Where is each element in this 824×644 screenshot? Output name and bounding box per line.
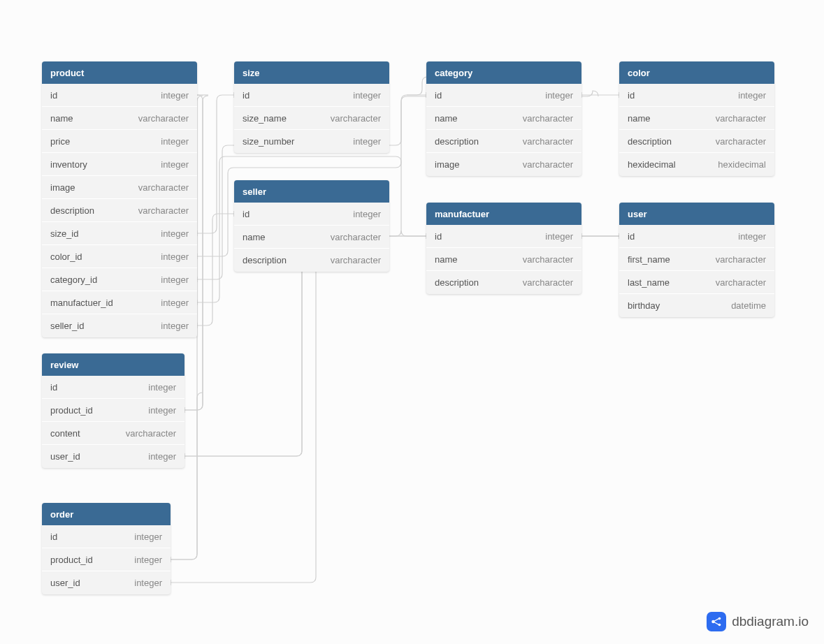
field-type: varcharacter xyxy=(523,159,573,170)
table-header-size: size xyxy=(234,61,389,84)
field-row: imagevarcharacter xyxy=(426,153,581,176)
field-name: id xyxy=(50,532,57,542)
field-row: product_idinteger xyxy=(42,548,171,571)
table-header-order: order xyxy=(42,503,171,525)
field-name: size_number xyxy=(243,136,294,147)
table-size[interactable]: size idinteger size_namevarcharacter siz… xyxy=(234,61,389,153)
field-type: integer xyxy=(161,275,189,285)
field-type: varcharacter xyxy=(716,136,766,147)
field-row: idinteger xyxy=(234,84,389,107)
field-type: varcharacter xyxy=(138,205,189,216)
field-type: integer xyxy=(545,231,573,242)
table-product[interactable]: product idinteger namevarcharacter price… xyxy=(42,61,197,337)
table-header-user: user xyxy=(619,203,774,225)
field-name: description xyxy=(50,205,94,216)
field-type: integer xyxy=(545,90,573,101)
field-name: name xyxy=(628,113,651,124)
field-name: id xyxy=(435,90,442,101)
table-manufactuer[interactable]: manufactuer idinteger namevarcharacter d… xyxy=(426,203,581,294)
diagram-canvas[interactable]: product idinteger namevarcharacter price… xyxy=(0,0,824,644)
field-name: seller_id xyxy=(50,321,84,331)
table-header-category: category xyxy=(426,61,581,84)
table-user[interactable]: user idinteger first_namevarcharacter la… xyxy=(619,203,774,317)
field-row: descriptionvarcharacter xyxy=(619,130,774,153)
field-row: size_namevarcharacter xyxy=(234,107,389,130)
watermark-text: dbdiagram.io xyxy=(732,614,809,629)
field-row: hexidecimalhexidecimal xyxy=(619,153,774,176)
table-category[interactable]: category idinteger namevarcharacter desc… xyxy=(426,61,581,176)
field-type: integer xyxy=(353,209,381,219)
field-type: varcharacter xyxy=(138,113,189,124)
field-row: color_idinteger xyxy=(42,245,197,268)
field-row: birthdaydatetime xyxy=(619,294,774,317)
field-row: user_idinteger xyxy=(42,445,185,468)
field-row: descriptionvarcharacter xyxy=(426,130,581,153)
field-name: birthday xyxy=(628,300,660,311)
field-type: varcharacter xyxy=(716,254,766,265)
field-row: inventoryinteger xyxy=(42,153,197,176)
field-name: size_id xyxy=(50,228,78,239)
field-name: color_id xyxy=(50,251,82,262)
field-type: integer xyxy=(353,136,381,147)
field-type: hexidecimal xyxy=(718,159,766,170)
table-review[interactable]: review idinteger product_idinteger conte… xyxy=(42,353,185,468)
table-color[interactable]: color idinteger namevarcharacter descrip… xyxy=(619,61,774,176)
field-type: varcharacter xyxy=(331,113,381,124)
table-seller[interactable]: seller idinteger namevarcharacter descri… xyxy=(234,180,389,272)
field-row: last_namevarcharacter xyxy=(619,271,774,294)
field-row: namevarcharacter xyxy=(426,248,581,271)
field-name: id xyxy=(50,382,57,393)
field-name: name xyxy=(435,113,458,124)
field-type: integer xyxy=(161,136,189,147)
field-type: integer xyxy=(134,578,162,588)
field-type: integer xyxy=(738,90,766,101)
svg-point-1 xyxy=(718,617,721,620)
table-title: manufactuer xyxy=(435,209,489,219)
svg-point-2 xyxy=(718,624,721,627)
field-name: id xyxy=(243,209,250,219)
field-type: datetime xyxy=(731,300,766,311)
field-type: varcharacter xyxy=(331,255,381,265)
field-name: manufactuer_id xyxy=(50,298,113,308)
table-title: color xyxy=(628,68,650,78)
field-name: price xyxy=(50,136,70,147)
field-name: product_id xyxy=(50,405,93,416)
table-order[interactable]: order idinteger product_idinteger user_i… xyxy=(42,503,171,594)
field-name: first_name xyxy=(628,254,670,265)
field-name: hexidecimal xyxy=(628,159,676,170)
field-row: descriptionvarcharacter xyxy=(234,249,389,272)
table-title: product xyxy=(50,68,84,78)
field-name: name xyxy=(243,232,266,242)
field-type: integer xyxy=(148,451,176,462)
field-name: image xyxy=(435,159,459,170)
field-name: description xyxy=(435,277,479,288)
field-name: id xyxy=(628,231,635,242)
field-name: category_id xyxy=(50,275,97,285)
field-name: description xyxy=(435,136,479,147)
field-row: idinteger xyxy=(619,225,774,248)
field-type: integer xyxy=(148,405,176,416)
table-title: seller xyxy=(243,186,266,197)
field-type: varcharacter xyxy=(331,232,381,242)
field-row: idinteger xyxy=(42,84,197,107)
field-type: integer xyxy=(161,251,189,262)
field-name: id xyxy=(50,90,57,101)
field-row: category_idinteger xyxy=(42,268,197,291)
table-title: review xyxy=(50,360,78,370)
field-type: varcharacter xyxy=(716,277,766,288)
field-name: name xyxy=(50,113,73,124)
field-type: integer xyxy=(134,532,162,542)
field-row: user_idinteger xyxy=(42,571,171,594)
field-type: integer xyxy=(148,382,176,393)
watermark: dbdiagram.io xyxy=(707,612,809,631)
field-name: user_id xyxy=(50,451,80,462)
table-header-seller: seller xyxy=(234,180,389,203)
field-row: priceinteger xyxy=(42,130,197,153)
field-type: varcharacter xyxy=(523,113,573,124)
field-type: integer xyxy=(738,231,766,242)
field-name: user_id xyxy=(50,578,80,588)
field-row: imagevarcharacter xyxy=(42,176,197,199)
svg-point-0 xyxy=(711,620,715,624)
field-name: content xyxy=(50,428,80,439)
field-name: id xyxy=(435,231,442,242)
